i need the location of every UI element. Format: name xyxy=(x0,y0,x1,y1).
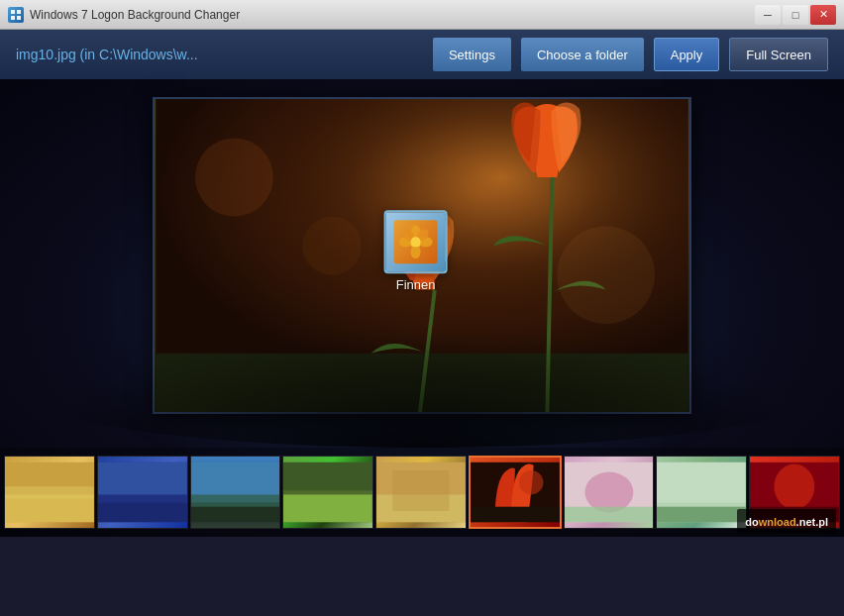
svg-point-12 xyxy=(303,217,362,275)
thumbnail-4[interactable] xyxy=(282,456,373,529)
flower-icon xyxy=(398,224,434,259)
thumb-image-4 xyxy=(283,457,372,528)
svg-rect-1 xyxy=(17,10,21,14)
choose-folder-button[interactable]: Choose a folder xyxy=(521,38,644,71)
svg-rect-29 xyxy=(191,494,280,506)
thumb-image-3 xyxy=(191,457,280,528)
settings-button[interactable]: Settings xyxy=(433,38,511,71)
thumb-image-1 xyxy=(5,457,94,528)
svg-rect-41 xyxy=(565,507,654,523)
thumbnail-5[interactable] xyxy=(375,456,467,529)
thumbnail-2[interactable] xyxy=(97,456,188,529)
svg-rect-35 xyxy=(392,470,449,511)
svg-rect-31 xyxy=(283,490,372,522)
minimize-button[interactable]: ─ xyxy=(755,5,781,25)
thumbnails-strip xyxy=(0,448,844,537)
svg-rect-3 xyxy=(17,16,21,20)
svg-rect-44 xyxy=(657,462,746,507)
title-bar: Windows 7 Logon Background Changer ─ □ ✕ xyxy=(0,0,844,30)
watermark-highlight: wnload xyxy=(759,516,796,528)
thumbnail-3[interactable] xyxy=(190,456,281,529)
current-file-label: img10.jpg (in C:\Windows\w... xyxy=(16,47,423,62)
svg-rect-25 xyxy=(98,462,187,495)
svg-point-40 xyxy=(584,472,633,513)
svg-rect-0 xyxy=(11,10,15,14)
arc-shadow xyxy=(16,329,828,448)
close-button[interactable]: ✕ xyxy=(810,5,836,25)
svg-point-46 xyxy=(775,463,815,509)
svg-point-11 xyxy=(557,226,655,324)
thumb-image-5 xyxy=(376,457,466,528)
toolbar: img10.jpg (in C:\Windows\w... Settings C… xyxy=(0,30,844,79)
thumb-image-6 xyxy=(471,458,560,527)
thumb-image-2 xyxy=(98,457,187,528)
apply-button[interactable]: Apply xyxy=(654,38,720,71)
watermark: download.net.pl xyxy=(737,509,836,533)
window-title: Windows 7 Logon Background Changer xyxy=(30,8,240,22)
thumbnail-7[interactable] xyxy=(564,456,655,529)
user-avatar-inner xyxy=(394,220,438,263)
svg-rect-23 xyxy=(5,486,94,498)
thumb-image-8 xyxy=(657,457,746,528)
thumb-image-7 xyxy=(565,457,654,528)
svg-point-15 xyxy=(411,245,421,258)
user-icon-area: Finnen xyxy=(384,210,448,292)
svg-rect-22 xyxy=(5,494,94,522)
title-bar-left: Windows 7 Logon Background Changer xyxy=(8,7,240,23)
user-name-label: Finnen xyxy=(396,277,436,292)
restore-button[interactable]: □ xyxy=(783,5,808,25)
svg-rect-26 xyxy=(98,503,187,523)
thumbnail-1[interactable] xyxy=(4,456,95,529)
svg-point-10 xyxy=(195,139,273,217)
window-controls: ─ □ ✕ xyxy=(755,5,836,25)
thumbnail-6-active[interactable] xyxy=(469,456,562,529)
app-icon xyxy=(8,7,24,23)
svg-rect-32 xyxy=(283,462,372,495)
thumbnail-8[interactable] xyxy=(656,456,747,529)
svg-rect-2 xyxy=(11,16,15,20)
watermark-text: download.net.pl xyxy=(745,516,828,528)
user-avatar-box xyxy=(384,210,448,273)
fullscreen-button[interactable]: Full Screen xyxy=(729,38,828,71)
main-area: Finnen xyxy=(0,79,844,537)
svg-point-20 xyxy=(411,237,421,247)
svg-point-38 xyxy=(519,470,543,494)
svg-rect-37 xyxy=(471,507,560,523)
